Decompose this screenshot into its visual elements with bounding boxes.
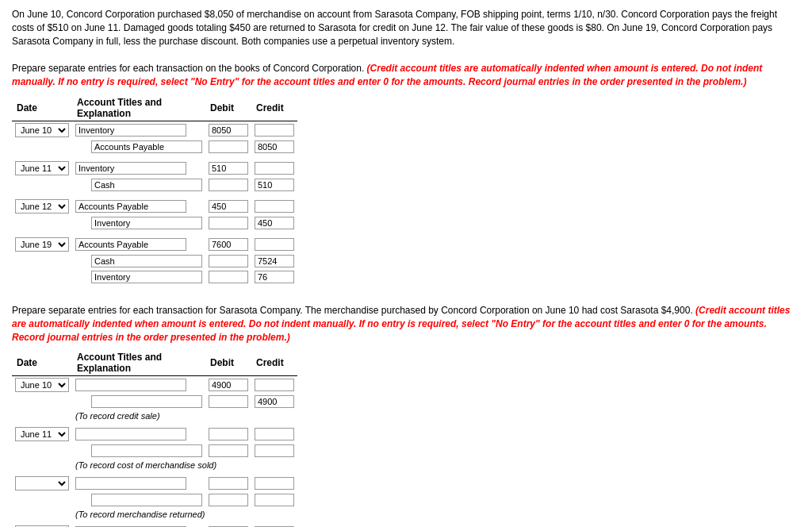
header-credit-s: Credit <box>251 350 297 376</box>
debit-input-c3-2[interactable] <box>209 271 248 283</box>
account-input-s2-0[interactable] <box>75 477 186 490</box>
credit-input-s1-0[interactable] <box>255 428 294 440</box>
date-select-c1[interactable]: June 10June 11June 12June 19 <box>15 161 69 175</box>
account-input-s2-1[interactable] <box>91 494 202 506</box>
concord-journal-table: Date Account Titles and Explanation Debi… <box>12 95 297 290</box>
table-row: June 10June 11June 12June 19 <box>12 160 297 177</box>
header-debit-s: Debit <box>205 350 251 376</box>
credit-input-c2-0[interactable] <box>255 200 294 213</box>
credit-input-s0-1[interactable] <box>255 395 294 408</box>
note-text: (To record merchandise returned) <box>72 508 297 521</box>
debit-input-c2-0[interactable] <box>209 200 248 213</box>
credit-input-s2-0[interactable] <box>255 477 294 490</box>
debit-input-c0-0[interactable] <box>209 124 248 137</box>
table-row: June 10June 11June 12June 19 <box>12 475 297 492</box>
credit-input-s1-1[interactable] <box>255 444 294 457</box>
credit-input-c3-1[interactable] <box>255 255 294 267</box>
sarasota-section: Prepare separate entries for each transa… <box>12 304 800 527</box>
header-date: Date <box>12 95 72 121</box>
account-input-s0-0[interactable] <box>75 379 186 391</box>
account-input-c0-1[interactable] <box>91 140 202 153</box>
date-select-s0[interactable]: June 10June 11June 12June 19 <box>15 378 69 392</box>
header-account: Account Titles and Explanation <box>72 95 205 121</box>
table-row <box>12 443 297 459</box>
account-input-c3-2[interactable] <box>91 271 202 283</box>
header-credit: Credit <box>251 95 297 121</box>
table-row <box>12 492 297 508</box>
table-row: June 10June 11June 12June 19 <box>12 198 297 215</box>
table-row: June 10June 11June 12June 19 <box>12 236 297 253</box>
account-input-c0-0[interactable] <box>75 124 186 137</box>
concord-section: Prepare separate entries for each transa… <box>12 62 800 290</box>
concord-instruction-plain: Prepare separate entries for each transa… <box>12 63 367 74</box>
spacer-row <box>12 285 297 290</box>
intro-text: On June 10, Concord Corporation purchase… <box>12 8 800 48</box>
account-input-c2-0[interactable] <box>75 200 186 213</box>
note-row: (To record credit sale) <box>12 410 297 422</box>
table-row: June 10June 11June 12June 19 <box>12 524 297 527</box>
table-row <box>12 139 297 155</box>
credit-input-c3-2[interactable] <box>255 271 294 283</box>
note-row: (To record cost of merchandise sold) <box>12 459 297 471</box>
debit-input-s1-0[interactable] <box>209 428 248 440</box>
credit-input-c2-1[interactable] <box>255 217 294 229</box>
date-select-s2[interactable]: June 10June 11June 12June 19 <box>15 476 69 490</box>
note-text: (To record credit sale) <box>72 410 297 422</box>
date-select-s1[interactable]: June 10June 11June 12June 19 <box>15 427 69 441</box>
sarasota-journal-table: Date Account Titles and Explanation Debi… <box>12 350 297 527</box>
debit-input-c3-0[interactable] <box>209 238 248 251</box>
debit-input-s0-0[interactable] <box>209 379 248 391</box>
header-date-s: Date <box>12 350 72 376</box>
credit-input-s0-0[interactable] <box>255 379 294 391</box>
credit-input-c3-0[interactable] <box>255 238 294 251</box>
table-row <box>12 269 297 285</box>
note-row: (To record merchandise returned) <box>12 508 297 521</box>
debit-input-c2-1[interactable] <box>209 217 248 229</box>
account-input-s1-1[interactable] <box>91 444 202 457</box>
credit-input-c0-0[interactable] <box>255 124 294 137</box>
credit-input-c0-1[interactable] <box>255 140 294 153</box>
note-text: (To record cost of merchandise sold) <box>72 459 297 471</box>
debit-input-c1-0[interactable] <box>209 162 248 175</box>
table-row <box>12 253 297 269</box>
date-select-c0[interactable]: June 10June 11June 12June 19 <box>15 123 69 137</box>
header-debit: Debit <box>205 95 251 121</box>
account-input-c3-1[interactable] <box>91 255 202 267</box>
debit-input-s2-0[interactable] <box>209 477 248 490</box>
table-row <box>12 177 297 193</box>
date-select-c2[interactable]: June 10June 11June 12June 19 <box>15 199 69 213</box>
table-row <box>12 215 297 231</box>
sarasota-instruction: Prepare separate entries for each transa… <box>12 304 800 344</box>
account-input-c1-1[interactable] <box>91 179 202 191</box>
table-row: June 10June 11June 12June 19 <box>12 376 297 394</box>
account-input-s1-0[interactable] <box>75 428 186 440</box>
credit-input-c1-1[interactable] <box>255 179 294 191</box>
date-select-c3[interactable]: June 10June 11June 12June 19 <box>15 237 69 252</box>
account-input-c3-0[interactable] <box>75 238 186 251</box>
debit-input-c1-1[interactable] <box>209 179 248 191</box>
table-row: June 10June 11June 12June 19 <box>12 121 297 139</box>
table-row: June 10June 11June 12June 19 <box>12 425 297 443</box>
debit-input-s1-1[interactable] <box>209 444 248 457</box>
account-input-c1-0[interactable] <box>75 162 186 175</box>
credit-input-s2-1[interactable] <box>255 494 294 506</box>
header-account-s: Account Titles and Explanation <box>72 350 205 376</box>
concord-instruction: Prepare separate entries for each transa… <box>12 62 800 89</box>
credit-input-c1-0[interactable] <box>255 162 294 175</box>
debit-input-c0-1[interactable] <box>209 140 248 153</box>
debit-input-s0-1[interactable] <box>209 395 248 408</box>
sarasota-instruction-plain: Prepare separate entries for each transa… <box>12 305 695 316</box>
table-row <box>12 394 297 410</box>
intro-section: On June 10, Concord Corporation purchase… <box>12 8 800 48</box>
account-input-c2-1[interactable] <box>91 217 202 229</box>
debit-input-s2-1[interactable] <box>209 494 248 506</box>
debit-input-c3-1[interactable] <box>209 255 248 267</box>
account-input-s0-1[interactable] <box>91 395 202 408</box>
